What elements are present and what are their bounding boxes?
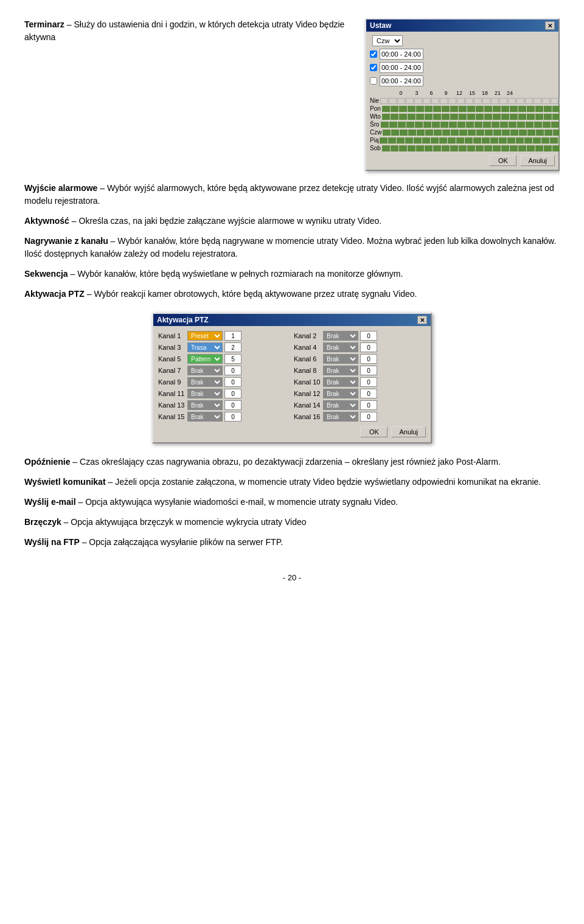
ptz-close-button[interactable]: ✕	[417, 316, 427, 324]
time-checkbox-1[interactable]	[370, 50, 377, 58]
ptz-row-11: Kanal 12PresetTrasaPatternBrak	[294, 389, 426, 398]
ptz-type-select-6[interactable]: PresetTrasaPatternBrak	[187, 366, 223, 375]
ptz-num-input-4[interactable]	[224, 354, 242, 364]
ptz-type-select-9[interactable]: PresetTrasaPatternBrak	[323, 377, 358, 387]
ptz-num-input-3[interactable]	[360, 342, 377, 352]
ptz-type-select-15[interactable]: PresetTrasaPatternBrak	[323, 412, 358, 422]
ptz-type-select-8[interactable]: PresetTrasaPatternBrak	[187, 377, 223, 387]
wyjscie-title: Wyjście alarmowe	[24, 183, 97, 193]
time-input-1[interactable]	[380, 49, 423, 60]
ptz-row-12: Kanal 13PresetTrasaPatternBrak	[158, 400, 290, 410]
wyslij-ftp-paragraph: Wyślij na FTP – Opcja załączająca wysyła…	[24, 536, 560, 549]
aktywacja-text: – Wybór reakcji kamer obrotowych, które …	[85, 289, 417, 299]
ptz-num-input-2[interactable]	[224, 342, 242, 352]
schedule-cancel-button[interactable]: Anuluj	[520, 155, 555, 166]
schedule-grid-row-2: Wto	[370, 113, 555, 120]
ptz-num-input-10[interactable]	[224, 389, 242, 398]
ptz-type-select-0[interactable]: PresetTrasaPatternBrak	[187, 331, 223, 341]
wyslij-email-title: Wyślij e-mail	[24, 497, 76, 507]
day-selector[interactable]: Czw	[372, 35, 403, 46]
time-checkbox-2[interactable]	[370, 64, 377, 71]
ptz-num-input-6[interactable]	[224, 366, 242, 375]
ptz-num-input-12[interactable]	[224, 400, 242, 410]
time-input-3[interactable]	[380, 75, 423, 86]
ptz-row-5: Kanal 6PresetTrasaPatternBrak	[294, 354, 426, 364]
ptz-type-select-5[interactable]: PresetTrasaPatternBrak	[323, 354, 358, 364]
ptz-row-7: Kanal 8PresetTrasaPatternBrak	[294, 366, 426, 375]
schedule-grid-rows: NiePonWtoŚroCzwPiąSob	[370, 97, 555, 151]
ptz-num-input-7[interactable]	[360, 366, 377, 375]
terminarz-title: Terminarz	[24, 19, 64, 29]
aktywacja-title: Aktywacja PTZ	[24, 289, 85, 299]
ptz-channel-grid: Kanal 1PresetTrasaPatternBrakKanal 2Pres…	[158, 331, 426, 422]
ptz-row-8: Kanal 9PresetTrasaPatternBrak	[158, 377, 290, 387]
ptz-type-select-14[interactable]: PresetTrasaPatternBrak	[187, 412, 223, 422]
schedule-ok-button[interactable]: OK	[489, 155, 516, 166]
wyslij-email-paragraph: Wyślij e-mail – Opcja aktywująca wysyłan…	[24, 496, 560, 509]
page-number: - 20 -	[24, 573, 560, 582]
aktywnosc-paragraph: Aktywność – Określa czas, na jaki będzie…	[24, 215, 560, 228]
opoznienie-text: – Czas określający czas nagrywania obraz…	[70, 457, 500, 467]
wyslij-ftp-title: Wyślij na FTP	[24, 537, 80, 547]
ptz-row-14: Kanal 15PresetTrasaPatternBrak	[158, 412, 290, 422]
ptz-ok-button[interactable]: OK	[360, 426, 388, 437]
schedule-dialog-body: Czw	[366, 32, 558, 170]
ptz-dialog-body: Kanal 1PresetTrasaPatternBrakKanal 2Pres…	[153, 326, 431, 442]
opoznienie-paragraph: Opóźnienie – Czas określający czas nagry…	[24, 456, 560, 468]
ptz-num-input-9[interactable]	[360, 377, 377, 387]
sekwencja-paragraph: Sekwencja – Wybór kanałów, które będą wy…	[24, 268, 560, 280]
wyswietl-text: – Jeżeli opcja zostanie załączona, w mom…	[106, 477, 541, 487]
ptz-type-select-2[interactable]: PresetTrasaPatternBrak	[187, 342, 223, 352]
terminarz-text: – Służy do ustawienia dni i godzin, w kt…	[24, 19, 344, 42]
opoznienie-title: Opóźnienie	[24, 457, 70, 467]
aktywacja-paragraph: Aktywacja PTZ – Wybór reakcji kamer obro…	[24, 288, 560, 300]
ptz-num-input-8[interactable]	[224, 377, 242, 387]
ptz-type-select-1[interactable]: PresetTrasaPatternBrak	[323, 331, 358, 341]
schedule-dialog: Ustaw ✕ Czw	[365, 18, 560, 171]
ptz-num-input-11[interactable]	[360, 389, 377, 398]
schedule-grid-row-4: Czw	[370, 129, 555, 136]
schedule-dialog-title: Ustaw	[370, 21, 391, 30]
brzeczyk-paragraph: Brzęczyk – Opcja aktywująca brzęczyk w m…	[24, 516, 560, 529]
brzeczyk-text: – Opcja aktywująca brzęczyk w momencie w…	[61, 517, 307, 527]
ptz-row-9: Kanal 10PresetTrasaPatternBrak	[294, 377, 426, 387]
schedule-close-button[interactable]: ✕	[545, 21, 555, 30]
ptz-row-0: Kanal 1PresetTrasaPatternBrak	[158, 331, 290, 341]
ptz-type-select-3[interactable]: PresetTrasaPatternBrak	[323, 342, 358, 352]
ptz-cancel-button[interactable]: Anuluj	[391, 426, 426, 437]
nagrywanie-paragraph: Nagrywanie z kanału – Wybór kanałów, któ…	[24, 235, 560, 260]
aktywnosc-title: Aktywność	[24, 216, 69, 226]
schedule-dialog-wrapper: Ustaw ✕ Czw	[365, 18, 560, 171]
ptz-num-input-13[interactable]	[360, 400, 377, 410]
ptz-type-select-7[interactable]: PresetTrasaPatternBrak	[323, 366, 358, 375]
wyslij-ftp-text: – Opcja załączająca wysyłanie plików na …	[80, 537, 283, 547]
schedule-dialog-titlebar: Ustaw ✕	[366, 19, 558, 32]
page-content: Ustaw ✕ Czw	[24, 18, 560, 582]
time-row-1	[370, 49, 555, 60]
ptz-type-select-11[interactable]: PresetTrasaPatternBrak	[323, 389, 358, 398]
time-row-3	[370, 75, 555, 86]
ptz-row-4: Kanal 5PresetTrasaPatternBrak	[158, 354, 290, 364]
ptz-type-select-12[interactable]: PresetTrasaPatternBrak	[187, 400, 223, 410]
terminarz-section: Ustaw ✕ Czw	[24, 18, 560, 177]
aktywnosc-text: – Określa czas, na jaki będzie załączane…	[69, 216, 381, 226]
time-checkbox-3[interactable]	[370, 77, 377, 85]
ptz-num-input-0[interactable]	[224, 331, 242, 341]
time-grid: 0 3 6 9 12 15 18 21 24	[370, 90, 555, 151]
ptz-dialog-wrapper: Aktywacja PTZ ✕ Kanal 1PresetTrasaPatter…	[24, 313, 560, 443]
time-row-2	[370, 62, 555, 73]
ptz-num-input-5[interactable]	[360, 354, 377, 364]
ptz-type-select-10[interactable]: PresetTrasaPatternBrak	[187, 389, 223, 398]
nagrywanie-title: Nagrywanie z kanału	[24, 236, 108, 246]
sekwencja-title: Sekwencja	[24, 269, 68, 279]
ptz-row-2: Kanal 3PresetTrasaPatternBrak	[158, 342, 290, 352]
ptz-num-input-15[interactable]	[360, 412, 377, 422]
time-input-2[interactable]	[380, 62, 423, 73]
schedule-buttons: OK Anuluj	[370, 155, 555, 166]
ptz-num-input-1[interactable]	[360, 331, 377, 341]
schedule-day-row: Czw	[370, 35, 555, 46]
ptz-num-input-14[interactable]	[224, 412, 242, 422]
ptz-type-select-4[interactable]: PresetTrasaPatternBrak	[187, 354, 223, 364]
ptz-type-select-13[interactable]: PresetTrasaPatternBrak	[323, 400, 358, 410]
ptz-row-6: Kanal 7PresetTrasaPatternBrak	[158, 366, 290, 375]
